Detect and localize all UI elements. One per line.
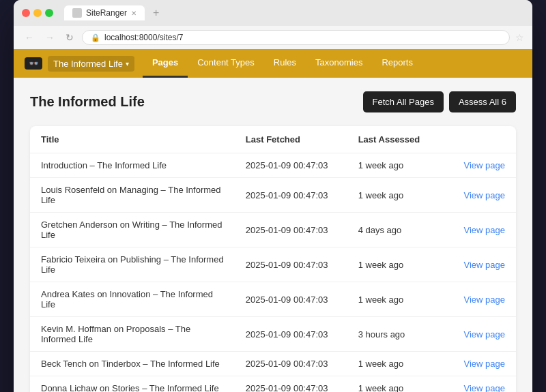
cell-title: Louis Rosenfeld on Managing – The Inform… bbox=[30, 178, 235, 213]
cell-assessed: 1 week ago bbox=[347, 376, 440, 393]
view-page-link[interactable]: View page bbox=[464, 329, 505, 340]
address-bar: ← → ↻ 🔒 localhost:8000/sites/7 ☆ bbox=[14, 26, 532, 49]
view-page-link[interactable]: View page bbox=[464, 295, 505, 305]
table-header-row: Title Last Fetched Last Assessed bbox=[30, 126, 516, 153]
cell-assessed: 1 week ago bbox=[347, 282, 440, 317]
cell-action: View page bbox=[440, 317, 516, 352]
browser-window: SiteRanger ✕ + ← → ↻ 🔒 localhost:8000/si… bbox=[14, 0, 532, 392]
app-logo: 👓 bbox=[25, 57, 42, 70]
cell-action: View page bbox=[440, 352, 516, 376]
tab-taxonomies[interactable]: Taxonomies bbox=[306, 49, 372, 78]
pages-table-container: Title Last Fetched Last Assessed Introdu… bbox=[30, 126, 516, 392]
view-page-link[interactable]: View page bbox=[464, 383, 505, 392]
view-page-link[interactable]: View page bbox=[464, 190, 505, 200]
table-row: Andrea Kates on Innovation – The Informe… bbox=[30, 282, 516, 317]
header-actions: Fetch All Pages Assess All 6 bbox=[363, 91, 516, 112]
cell-title: Kevin M. Hoffman on Proposals – The Info… bbox=[30, 317, 235, 352]
table-row: Introduction – The Informed Life 2025-01… bbox=[30, 153, 516, 178]
cell-title: Fabricio Teixeira on Publishing – The In… bbox=[30, 247, 235, 282]
assess-all-button[interactable]: Assess All 6 bbox=[449, 91, 516, 112]
cell-assessed: 3 hours ago bbox=[347, 317, 440, 352]
cell-title: Introduction – The Informed Life bbox=[30, 153, 235, 178]
browser-tab[interactable]: SiteRanger ✕ bbox=[64, 5, 145, 20]
table-row: Donna Lichaw on Stories – The Informed L… bbox=[30, 376, 516, 393]
site-selector[interactable]: The Informed Life ▾ bbox=[48, 56, 134, 72]
page-title: The Informed Life bbox=[30, 94, 145, 110]
cell-title: Gretchen Anderson on Writing – The Infor… bbox=[30, 213, 235, 247]
chevron-down-icon: ▾ bbox=[126, 60, 129, 67]
cell-fetched: 2025-01-09 00:47:03 bbox=[235, 153, 347, 178]
view-page-link[interactable]: View page bbox=[464, 225, 505, 235]
table-row: Beck Tench on Tinderbox – The Informed L… bbox=[30, 352, 516, 376]
page-content: The Informed Life Fetch All Pages Assess… bbox=[14, 78, 532, 392]
cell-title: Andrea Kates on Innovation – The Informe… bbox=[30, 282, 235, 317]
cell-fetched: 2025-01-09 00:47:03 bbox=[235, 178, 347, 213]
cell-assessed: 1 week ago bbox=[347, 153, 440, 178]
forward-button[interactable]: → bbox=[42, 31, 57, 44]
tab-close-icon[interactable]: ✕ bbox=[131, 10, 136, 17]
nav-tabs: Pages Content Types Rules Taxonomies Rep… bbox=[143, 49, 422, 78]
tab-rules[interactable]: Rules bbox=[264, 49, 306, 78]
col-header-assessed: Last Assessed bbox=[347, 126, 440, 153]
cell-assessed: 1 week ago bbox=[347, 352, 440, 376]
traffic-lights bbox=[22, 9, 53, 17]
cell-fetched: 2025-01-09 00:47:03 bbox=[235, 317, 347, 352]
close-button[interactable] bbox=[22, 9, 30, 17]
cell-fetched: 2025-01-09 00:47:03 bbox=[235, 247, 347, 282]
new-tab-button[interactable]: + bbox=[153, 7, 159, 19]
tab-pages[interactable]: Pages bbox=[143, 49, 188, 78]
browser-titlebar: SiteRanger ✕ + bbox=[14, 0, 532, 26]
app-nav: 👓 The Informed Life ▾ Pages Content Type… bbox=[14, 49, 532, 78]
table-row: Fabricio Teixeira on Publishing – The In… bbox=[30, 247, 516, 282]
view-page-link[interactable]: View page bbox=[464, 260, 505, 270]
cell-action: View page bbox=[440, 213, 516, 247]
reload-button[interactable]: ↻ bbox=[63, 31, 76, 44]
address-input[interactable]: 🔒 localhost:8000/sites/7 bbox=[82, 30, 510, 45]
view-page-link[interactable]: View page bbox=[464, 160, 505, 170]
table-body: Introduction – The Informed Life 2025-01… bbox=[30, 153, 516, 393]
col-header-action bbox=[440, 126, 516, 153]
col-header-fetched: Last Fetched bbox=[235, 126, 347, 153]
cell-action: View page bbox=[440, 178, 516, 213]
tab-title: SiteRanger bbox=[86, 8, 127, 18]
cell-fetched: 2025-01-09 00:47:03 bbox=[235, 213, 347, 247]
minimize-button[interactable] bbox=[33, 9, 42, 17]
bookmark-icon[interactable]: ☆ bbox=[515, 32, 524, 43]
cell-fetched: 2025-01-09 00:47:03 bbox=[235, 352, 347, 376]
table-row: Gretchen Anderson on Writing – The Infor… bbox=[30, 213, 516, 247]
cell-action: View page bbox=[440, 247, 516, 282]
tab-reports[interactable]: Reports bbox=[372, 49, 422, 78]
fetch-all-button[interactable]: Fetch All Pages bbox=[363, 91, 444, 112]
site-name: The Informed Life bbox=[53, 59, 123, 69]
cell-assessed: 4 days ago bbox=[347, 213, 440, 247]
view-page-link[interactable]: View page bbox=[464, 359, 505, 369]
cell-fetched: 2025-01-09 00:47:03 bbox=[235, 376, 347, 393]
cell-action: View page bbox=[440, 376, 516, 393]
pages-table: Title Last Fetched Last Assessed Introdu… bbox=[30, 126, 516, 392]
table-row: Kevin M. Hoffman on Proposals – The Info… bbox=[30, 317, 516, 352]
col-header-title: Title bbox=[30, 126, 235, 153]
back-button[interactable]: ← bbox=[22, 31, 37, 44]
tab-favicon bbox=[72, 8, 82, 18]
cell-title: Beck Tench on Tinderbox – The Informed L… bbox=[30, 352, 235, 376]
cell-action: View page bbox=[440, 282, 516, 317]
url-display: localhost:8000/sites/7 bbox=[104, 33, 183, 42]
cell-title: Donna Lichaw on Stories – The Informed L… bbox=[30, 376, 235, 393]
tab-content-types[interactable]: Content Types bbox=[188, 49, 264, 78]
cell-assessed: 1 week ago bbox=[347, 178, 440, 213]
cell-action: View page bbox=[440, 153, 516, 178]
cell-fetched: 2025-01-09 00:47:03 bbox=[235, 282, 347, 317]
logo-icon: 👓 bbox=[25, 57, 42, 70]
page-header: The Informed Life Fetch All Pages Assess… bbox=[30, 91, 516, 112]
cell-assessed: 1 week ago bbox=[347, 247, 440, 282]
lock-icon: 🔒 bbox=[91, 33, 100, 42]
maximize-button[interactable] bbox=[45, 9, 53, 17]
table-row: Louis Rosenfeld on Managing – The Inform… bbox=[30, 178, 516, 213]
